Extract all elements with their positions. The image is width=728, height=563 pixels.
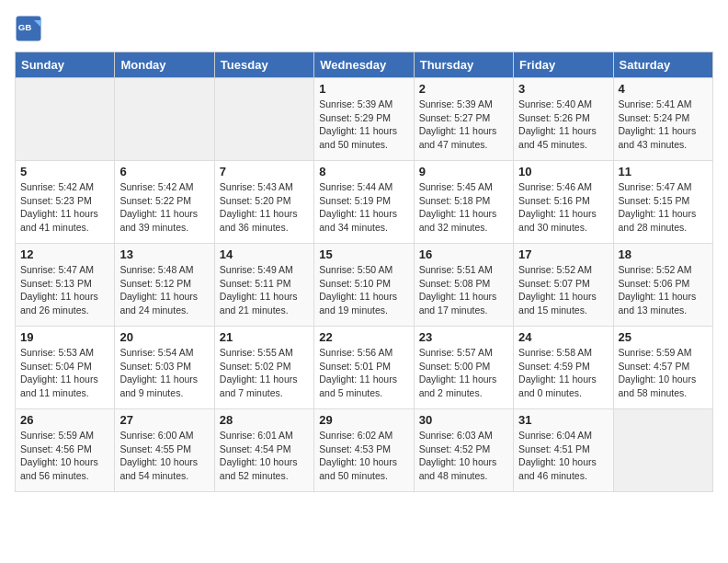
calendar-cell (613, 409, 712, 492)
day-number: 29 (319, 413, 408, 427)
day-number: 9 (419, 165, 508, 178)
calendar-cell: 29Sunrise: 6:02 AM Sunset: 4:53 PM Dayli… (314, 409, 414, 492)
day-number: 12 (20, 247, 109, 261)
day-info: Sunrise: 5:53 AM Sunset: 5:04 PM Dayligh… (20, 346, 109, 400)
day-number: 21 (220, 330, 309, 344)
day-number: 27 (119, 413, 209, 427)
day-info: Sunrise: 6:01 AM Sunset: 4:54 PM Dayligh… (220, 429, 309, 483)
calendar-cell (115, 78, 214, 161)
calendar-cell: 3Sunrise: 5:40 AM Sunset: 5:26 PM Daylig… (514, 78, 613, 161)
day-number: 31 (518, 413, 608, 427)
day-number: 25 (619, 330, 708, 344)
day-info: Sunrise: 5:42 AM Sunset: 5:22 PM Dayligh… (119, 180, 209, 235)
day-info: Sunrise: 5:59 AM Sunset: 4:56 PM Dayligh… (20, 429, 109, 483)
calendar-cell (16, 78, 115, 161)
calendar-week-1: 1Sunrise: 5:39 AM Sunset: 5:29 PM Daylig… (16, 78, 713, 161)
day-info: Sunrise: 5:52 AM Sunset: 5:06 PM Dayligh… (619, 263, 708, 317)
day-number: 1 (319, 82, 408, 96)
logo-icon: GB (15, 15, 42, 42)
calendar-cell: 22Sunrise: 5:56 AM Sunset: 5:01 PM Dayli… (314, 327, 414, 409)
day-number: 19 (20, 330, 109, 344)
weekday-header-friday: Friday (514, 52, 613, 78)
logo: GB (15, 15, 46, 42)
calendar-cell: 24Sunrise: 5:58 AM Sunset: 4:59 PM Dayli… (514, 327, 613, 409)
day-number: 2 (419, 82, 508, 96)
weekday-header-thursday: Thursday (414, 52, 513, 78)
calendar-cell: 21Sunrise: 5:55 AM Sunset: 5:02 PM Dayli… (214, 327, 313, 409)
day-number: 17 (518, 247, 608, 261)
calendar-cell: 18Sunrise: 5:52 AM Sunset: 5:06 PM Dayli… (613, 244, 712, 327)
day-info: Sunrise: 5:49 AM Sunset: 5:11 PM Dayligh… (220, 263, 309, 317)
weekday-header-monday: Monday (115, 52, 214, 78)
day-info: Sunrise: 5:47 AM Sunset: 5:13 PM Dayligh… (20, 263, 109, 317)
day-info: Sunrise: 5:50 AM Sunset: 5:10 PM Dayligh… (319, 263, 408, 317)
calendar-cell: 11Sunrise: 5:47 AM Sunset: 5:15 PM Dayli… (613, 161, 712, 244)
calendar-cell: 6Sunrise: 5:42 AM Sunset: 5:22 PM Daylig… (115, 161, 214, 244)
day-info: Sunrise: 5:57 AM Sunset: 5:00 PM Dayligh… (419, 346, 508, 400)
calendar-table: SundayMondayTuesdayWednesdayThursdayFrid… (15, 52, 713, 492)
day-info: Sunrise: 6:02 AM Sunset: 4:53 PM Dayligh… (319, 429, 408, 483)
day-number: 18 (619, 247, 708, 261)
day-number: 30 (419, 413, 508, 427)
day-info: Sunrise: 5:56 AM Sunset: 5:01 PM Dayligh… (319, 346, 408, 400)
calendar-cell: 1Sunrise: 5:39 AM Sunset: 5:29 PM Daylig… (314, 78, 414, 161)
day-info: Sunrise: 5:40 AM Sunset: 5:26 PM Dayligh… (518, 98, 608, 152)
calendar-cell: 31Sunrise: 6:04 AM Sunset: 4:51 PM Dayli… (514, 409, 613, 492)
calendar-cell: 26Sunrise: 5:59 AM Sunset: 4:56 PM Dayli… (16, 409, 115, 492)
calendar-cell: 27Sunrise: 6:00 AM Sunset: 4:55 PM Dayli… (115, 409, 214, 492)
calendar-cell: 20Sunrise: 5:54 AM Sunset: 5:03 PM Dayli… (115, 327, 214, 409)
day-number: 8 (319, 165, 408, 178)
day-info: Sunrise: 5:45 AM Sunset: 5:18 PM Dayligh… (419, 180, 508, 235)
day-info: Sunrise: 5:59 AM Sunset: 4:57 PM Dayligh… (619, 346, 708, 400)
calendar-cell: 12Sunrise: 5:47 AM Sunset: 5:13 PM Dayli… (16, 244, 115, 327)
calendar-cell: 28Sunrise: 6:01 AM Sunset: 4:54 PM Dayli… (214, 409, 313, 492)
day-number: 3 (518, 82, 608, 96)
calendar-cell: 17Sunrise: 5:52 AM Sunset: 5:07 PM Dayli… (514, 244, 613, 327)
calendar-cell: 8Sunrise: 5:44 AM Sunset: 5:19 PM Daylig… (314, 161, 414, 244)
calendar-cell: 23Sunrise: 5:57 AM Sunset: 5:00 PM Dayli… (414, 327, 513, 409)
day-info: Sunrise: 5:43 AM Sunset: 5:20 PM Dayligh… (220, 180, 309, 235)
day-number: 26 (20, 413, 109, 427)
day-info: Sunrise: 5:52 AM Sunset: 5:07 PM Dayligh… (518, 263, 608, 317)
calendar-cell: 10Sunrise: 5:46 AM Sunset: 5:16 PM Dayli… (514, 161, 613, 244)
calendar-cell: 14Sunrise: 5:49 AM Sunset: 5:11 PM Dayli… (214, 244, 313, 327)
calendar-cell: 15Sunrise: 5:50 AM Sunset: 5:10 PM Dayli… (314, 244, 414, 327)
day-info: Sunrise: 5:39 AM Sunset: 5:29 PM Dayligh… (319, 98, 408, 152)
day-info: Sunrise: 6:00 AM Sunset: 4:55 PM Dayligh… (119, 429, 209, 483)
svg-text:GB: GB (18, 22, 32, 32)
day-number: 4 (619, 82, 708, 96)
day-info: Sunrise: 5:44 AM Sunset: 5:19 PM Dayligh… (319, 180, 408, 235)
day-info: Sunrise: 5:48 AM Sunset: 5:12 PM Dayligh… (119, 263, 209, 317)
day-number: 7 (220, 165, 309, 178)
day-number: 23 (419, 330, 508, 344)
day-number: 28 (220, 413, 309, 427)
day-info: Sunrise: 5:42 AM Sunset: 5:23 PM Dayligh… (20, 180, 109, 235)
day-info: Sunrise: 5:51 AM Sunset: 5:08 PM Dayligh… (419, 263, 508, 317)
calendar-week-3: 12Sunrise: 5:47 AM Sunset: 5:13 PM Dayli… (16, 244, 713, 327)
calendar-header-row: SundayMondayTuesdayWednesdayThursdayFrid… (16, 52, 713, 78)
day-number: 14 (220, 247, 309, 261)
calendar-body: 1Sunrise: 5:39 AM Sunset: 5:29 PM Daylig… (16, 78, 713, 492)
day-info: Sunrise: 6:04 AM Sunset: 4:51 PM Dayligh… (518, 429, 608, 483)
weekday-header-saturday: Saturday (613, 52, 712, 78)
day-number: 15 (319, 247, 408, 261)
day-number: 11 (619, 165, 708, 178)
day-number: 10 (518, 165, 608, 178)
weekday-header-wednesday: Wednesday (314, 52, 414, 78)
day-number: 13 (119, 247, 209, 261)
page-header: GB (15, 15, 713, 42)
calendar-cell: 19Sunrise: 5:53 AM Sunset: 5:04 PM Dayli… (16, 327, 115, 409)
calendar-cell: 7Sunrise: 5:43 AM Sunset: 5:20 PM Daylig… (214, 161, 313, 244)
calendar-cell: 13Sunrise: 5:48 AM Sunset: 5:12 PM Dayli… (115, 244, 214, 327)
weekday-header-sunday: Sunday (16, 52, 115, 78)
day-info: Sunrise: 5:58 AM Sunset: 4:59 PM Dayligh… (518, 346, 608, 400)
calendar-cell: 4Sunrise: 5:41 AM Sunset: 5:24 PM Daylig… (613, 78, 712, 161)
calendar-cell: 25Sunrise: 5:59 AM Sunset: 4:57 PM Dayli… (613, 327, 712, 409)
calendar-cell (214, 78, 313, 161)
day-info: Sunrise: 5:46 AM Sunset: 5:16 PM Dayligh… (518, 180, 608, 235)
calendar-week-4: 19Sunrise: 5:53 AM Sunset: 5:04 PM Dayli… (16, 327, 713, 409)
calendar-cell: 9Sunrise: 5:45 AM Sunset: 5:18 PM Daylig… (414, 161, 513, 244)
day-info: Sunrise: 5:54 AM Sunset: 5:03 PM Dayligh… (119, 346, 209, 400)
calendar-cell: 5Sunrise: 5:42 AM Sunset: 5:23 PM Daylig… (16, 161, 115, 244)
day-number: 24 (518, 330, 608, 344)
